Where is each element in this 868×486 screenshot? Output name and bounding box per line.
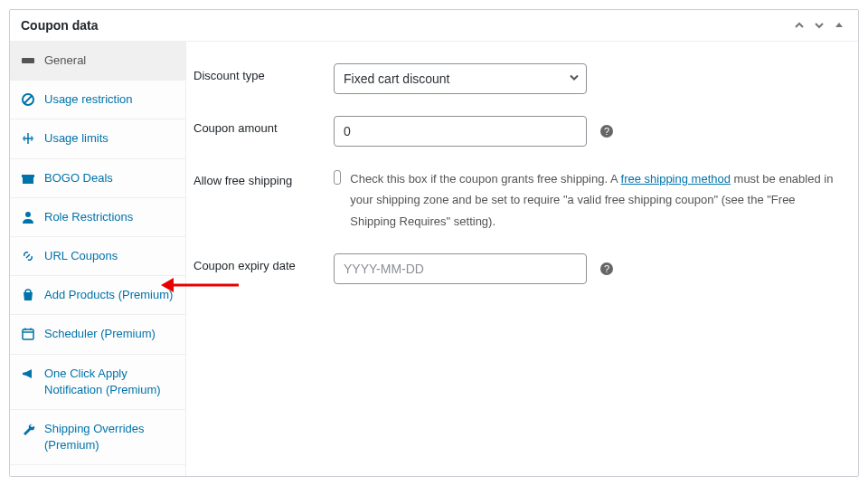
expiry-date-input[interactable] <box>334 253 587 284</box>
tab-bogo-deals[interactable]: BOGO Deals <box>10 159 185 198</box>
svg-rect-10 <box>23 329 33 339</box>
ticket-icon <box>21 53 35 68</box>
tab-label: Role Restrictions <box>44 209 175 225</box>
tab-usage-limits[interactable]: Usage limits <box>10 119 185 158</box>
panel-actions <box>791 17 847 33</box>
tab-label: Scheduler (Premium) <box>44 326 175 342</box>
tab-label: URL Coupons <box>44 248 175 264</box>
tab-one-click-apply[interactable]: One Click Apply Notification (Premium) <box>10 355 185 410</box>
panel-body: General Usage restriction Usage limits B… <box>10 42 858 476</box>
tab-scheduler[interactable]: Scheduler (Premium) <box>10 315 185 354</box>
link-icon <box>21 249 35 263</box>
help-icon[interactable]: ? <box>599 124 614 138</box>
panel-title: Coupon data <box>21 18 99 33</box>
svg-line-2 <box>24 96 32 103</box>
tab-label: Usage restriction <box>44 91 175 108</box>
row-discount-type: Discount type Fixed cart discount <box>193 58 838 110</box>
tab-shipping-overrides[interactable]: Shipping Overrides (Premium) <box>10 410 185 465</box>
tab-general[interactable]: General <box>10 42 185 81</box>
row-coupon-amount: Coupon amount ? <box>193 110 838 163</box>
bag-icon <box>21 288 35 302</box>
discount-type-select[interactable]: Fixed cart discount <box>334 63 587 94</box>
tab-label: Usage limits <box>44 130 175 147</box>
label-coupon-amount: Coupon amount <box>193 116 334 135</box>
label-discount-type: Discount type <box>193 63 334 82</box>
label-free-shipping: Allow free shipping <box>193 168 334 187</box>
wrench-icon <box>21 422 35 436</box>
row-free-shipping: Allow free shipping Check this box if th… <box>193 163 838 248</box>
sliders-icon <box>21 131 35 146</box>
tab-label: General <box>44 52 175 69</box>
coupon-data-panel: Coupon data General Usage restriction Us… <box>9 9 859 477</box>
panel-header: Coupon data <box>10 10 858 42</box>
megaphone-icon <box>21 367 35 381</box>
calendar-icon <box>21 327 35 341</box>
tab-label: Shipping Overrides (Premium) <box>44 421 175 453</box>
panel-toggle-icon[interactable] <box>831 17 847 33</box>
user-icon <box>21 210 35 224</box>
label-expiry: Coupon expiry date <box>193 253 334 272</box>
tab-usage-restriction[interactable]: Usage restriction <box>10 81 185 119</box>
tab-label: Add Products (Premium) <box>44 287 175 303</box>
panel-move-down-icon[interactable] <box>811 17 827 33</box>
sidebar: General Usage restriction Usage limits B… <box>10 42 186 476</box>
free-shipping-help: Check this box if the coupon grants free… <box>350 168 838 232</box>
coupon-amount-input[interactable] <box>334 116 587 147</box>
svg-rect-8 <box>22 175 34 177</box>
svg-point-9 <box>25 212 31 217</box>
svg-text:?: ? <box>604 126 609 137</box>
panel-move-up-icon[interactable] <box>791 17 807 33</box>
row-expiry: Coupon expiry date ? <box>193 248 838 300</box>
free-shipping-method-link[interactable]: free shipping method <box>621 172 731 186</box>
tab-role-restrictions[interactable]: Role Restrictions <box>10 198 185 237</box>
tab-label: BOGO Deals <box>44 170 175 186</box>
gift-icon <box>21 171 35 186</box>
tab-add-products[interactable]: Add Products (Premium) <box>10 276 185 315</box>
svg-rect-7 <box>23 176 33 184</box>
tab-url-coupons[interactable]: URL Coupons <box>10 237 185 276</box>
svg-text:?: ? <box>604 263 609 274</box>
ban-icon <box>21 92 35 107</box>
help-icon[interactable]: ? <box>599 262 614 276</box>
free-shipping-checkbox[interactable] <box>334 170 341 185</box>
tab-label: One Click Apply Notification (Premium) <box>44 366 175 398</box>
general-tab-content: Discount type Fixed cart discount Coupon… <box>186 42 858 476</box>
svg-rect-0 <box>22 58 34 63</box>
